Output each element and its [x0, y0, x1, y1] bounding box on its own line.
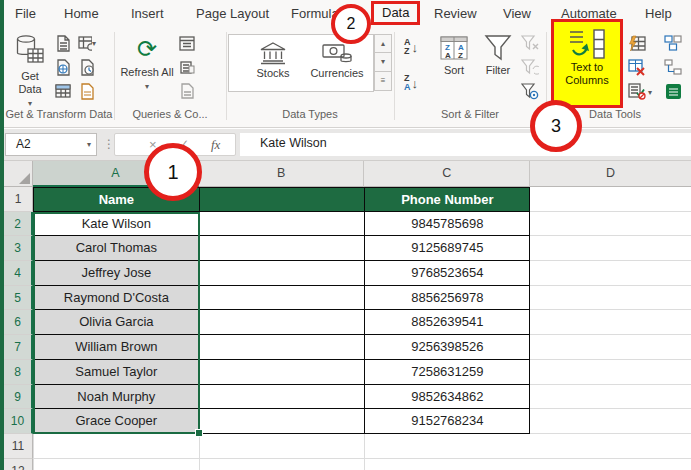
- cell-b[interactable]: [199, 261, 365, 286]
- currencies-data-type[interactable]: Currencies: [305, 39, 369, 87]
- cell-d[interactable]: [530, 236, 691, 261]
- cell-b[interactable]: [199, 286, 365, 311]
- tab-insert[interactable]: Insert: [131, 0, 164, 28]
- data-validation-icon[interactable]: [628, 82, 646, 100]
- select-all-button[interactable]: [4, 161, 33, 187]
- row-header[interactable]: 3: [4, 236, 33, 261]
- tab-data[interactable]: Data: [371, 1, 420, 25]
- cell-phone[interactable]: 9125689745: [364, 236, 530, 261]
- text-to-columns-button[interactable]: Text to Columns: [551, 19, 623, 108]
- column-header-b[interactable]: B: [199, 161, 365, 187]
- row-header[interactable]: 9: [4, 385, 33, 410]
- cell-empty[interactable]: [530, 434, 691, 459]
- consolidate-icon[interactable]: [664, 34, 682, 52]
- cell-name[interactable]: Raymond D'Costa: [33, 286, 199, 311]
- from-web-icon[interactable]: [54, 58, 72, 76]
- cell-d[interactable]: [530, 385, 691, 410]
- data-model-icon[interactable]: [664, 82, 682, 100]
- cell-phone[interactable]: 8856256978: [364, 286, 530, 311]
- cell-empty[interactable]: [33, 434, 199, 459]
- cell-b[interactable]: [199, 409, 365, 434]
- cell-phone[interactable]: 9152768234: [364, 409, 530, 434]
- relationships-icon[interactable]: [664, 58, 682, 76]
- cell-phone[interactable]: 9768523654: [364, 261, 530, 286]
- filter-button[interactable]: Filter: [477, 34, 519, 77]
- tab-file[interactable]: File: [15, 0, 36, 28]
- refresh-all-button[interactable]: ⟳ Refresh All▾: [120, 34, 174, 93]
- cell-d[interactable]: [530, 409, 691, 434]
- cell-b[interactable]: [199, 310, 365, 335]
- row-header[interactable]: 2: [4, 212, 33, 237]
- cell-phone[interactable]: 9852634862: [364, 385, 530, 410]
- properties-icon[interactable]: [178, 58, 196, 76]
- tab-help[interactable]: Help: [645, 0, 672, 28]
- row-header[interactable]: 12: [4, 459, 33, 470]
- cell-name[interactable]: Kate Wilson: [33, 212, 199, 237]
- cell-empty[interactable]: [530, 459, 691, 470]
- cell-d[interactable]: [530, 212, 691, 237]
- cell-b[interactable]: [199, 335, 365, 360]
- cell-d[interactable]: [530, 286, 691, 311]
- advanced-filter-icon[interactable]: [521, 82, 539, 100]
- from-picture-icon[interactable]: ▾: [78, 34, 96, 52]
- column-header-d[interactable]: D: [530, 161, 691, 187]
- remove-duplicates-icon[interactable]: [628, 58, 646, 76]
- cell-d[interactable]: [530, 310, 691, 335]
- cell-phone[interactable]: 9845785698: [364, 212, 530, 237]
- stocks-data-type[interactable]: Stocks: [241, 39, 305, 87]
- gallery-up-button[interactable]: ▴: [374, 34, 392, 53]
- row-header[interactable]: 5: [4, 286, 33, 311]
- existing-connections-icon[interactable]: [78, 82, 96, 100]
- cell-empty[interactable]: [364, 459, 530, 470]
- tab-review[interactable]: Review: [434, 0, 477, 28]
- cell-d[interactable]: [530, 335, 691, 360]
- cell-c1-phone-header[interactable]: Phone Number: [364, 187, 530, 212]
- cell-b1[interactable]: [199, 187, 365, 212]
- row-header[interactable]: 10: [4, 409, 33, 434]
- cell-b[interactable]: [199, 236, 365, 261]
- cell-name[interactable]: Noah Murphy: [33, 385, 199, 410]
- reapply-filter-icon[interactable]: [521, 58, 539, 76]
- tab-home[interactable]: Home: [64, 0, 99, 28]
- clear-filter-icon[interactable]: [521, 34, 539, 52]
- cell-name[interactable]: William Brown: [33, 335, 199, 360]
- cell-d[interactable]: [530, 360, 691, 385]
- recent-sources-icon[interactable]: [78, 58, 96, 76]
- row-header[interactable]: 8: [4, 360, 33, 385]
- row-header[interactable]: 7: [4, 335, 33, 360]
- edit-links-icon[interactable]: [178, 82, 196, 100]
- cell-name[interactable]: Samuel Taylor: [33, 360, 199, 385]
- cell-empty[interactable]: [199, 459, 365, 470]
- cell-b[interactable]: [199, 212, 365, 237]
- cell-d[interactable]: [530, 261, 691, 286]
- text-csv-icon[interactable]: [54, 34, 72, 52]
- column-header-c[interactable]: C: [364, 161, 530, 187]
- cell-name[interactable]: Carol Thomas: [33, 236, 199, 261]
- name-box-dropdown-icon[interactable]: ▾: [87, 134, 91, 155]
- tab-page-layout[interactable]: Page Layout: [196, 0, 269, 28]
- cell-name[interactable]: Olivia Garcia: [33, 310, 199, 335]
- cell-b[interactable]: [199, 360, 365, 385]
- cell-phone[interactable]: 8852639541: [364, 310, 530, 335]
- cell-phone[interactable]: 9256398526: [364, 335, 530, 360]
- from-table-range-icon[interactable]: [54, 82, 72, 100]
- cell-empty[interactable]: [199, 434, 365, 459]
- cell-empty[interactable]: [33, 459, 199, 470]
- formula-input[interactable]: Kate Wilson: [240, 133, 691, 156]
- data-validation-dropdown-icon[interactable]: ▾: [648, 88, 652, 97]
- gallery-down-button[interactable]: ▾: [374, 53, 392, 72]
- get-data-button[interactable]: Get Data▾: [8, 34, 52, 110]
- cell-empty[interactable]: [364, 434, 530, 459]
- sort-ascending-button[interactable]: AZ ↓: [404, 38, 418, 56]
- row-header[interactable]: 6: [4, 310, 33, 335]
- row-header[interactable]: 4: [4, 261, 33, 286]
- flash-fill-icon[interactable]: [628, 34, 646, 52]
- insert-function-icon[interactable]: fx: [211, 134, 220, 155]
- cell-phone[interactable]: 7258631259: [364, 360, 530, 385]
- row-header[interactable]: 11: [4, 434, 33, 459]
- tab-view[interactable]: View: [503, 0, 531, 28]
- queries-connections-icon[interactable]: [178, 34, 196, 52]
- cell-b[interactable]: [199, 385, 365, 410]
- fill-handle[interactable]: [195, 429, 203, 437]
- row-header[interactable]: 1: [4, 187, 33, 212]
